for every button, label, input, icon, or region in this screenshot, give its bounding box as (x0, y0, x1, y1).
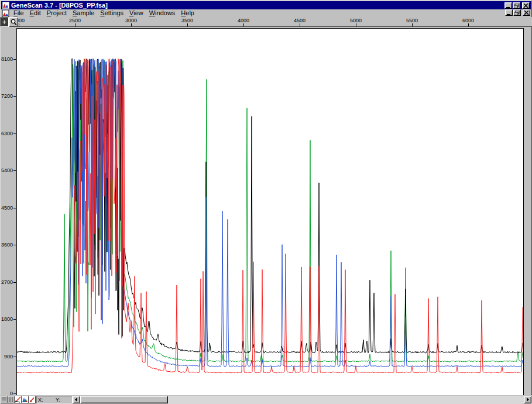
titlebar[interactable]: GeneScan 3.7 - [D8POS_PP.fsa] (1, 1, 531, 9)
minimize-button[interactable] (504, 2, 512, 9)
document-icon[interactable] (2, 10, 9, 17)
y-tick-mark (13, 208, 16, 208)
xy-readout: X: Y: (36, 396, 73, 403)
ruler-label: 4500 (290, 18, 310, 23)
y-tick-label: 7200 (0, 93, 13, 99)
y-tick-label: 8100 (0, 56, 13, 62)
menu-item-sample[interactable]: Sample (70, 9, 97, 17)
ruler-tick (131, 23, 132, 26)
ruler-label: 3500 (177, 18, 197, 23)
ruler-label: 5000 (346, 18, 366, 23)
magnifier-icon (11, 19, 17, 26)
close-button[interactable] (522, 2, 530, 9)
chart-plot[interactable] (16, 28, 524, 396)
ruler-tick (187, 23, 188, 26)
chart-area[interactable] (16, 28, 524, 396)
y-tick-label: 900 (0, 354, 13, 360)
zoom-tool-button[interactable] (9, 17, 18, 27)
y-tick-label: 5400 (0, 167, 13, 173)
scroll-left-button[interactable] (73, 396, 80, 403)
ruler-tick (243, 23, 244, 26)
crosshair-icon: + (2, 19, 6, 25)
y-tick-mark (13, 245, 16, 245)
ruler-tick (412, 23, 413, 26)
menu-item-windows[interactable]: Windows (146, 9, 179, 17)
y-tick-label: 4500 (0, 205, 13, 211)
mdi-minimize-button[interactable] (505, 9, 513, 16)
menubar: FileEditProjectSampleSettingsViewWindows… (1, 9, 531, 17)
ruler-row: 200025003000350040004500500055006000 + (0, 17, 532, 27)
menu-item-settings[interactable]: Settings (97, 9, 126, 17)
ruler-label: 2500 (65, 18, 85, 23)
app-icon (2, 2, 9, 9)
scroll-thumb[interactable] (80, 396, 168, 403)
y-axis: 090018002700360045005400630072008100 (0, 28, 16, 396)
y-readout-label: Y: (56, 397, 60, 403)
statusbar: X: Y: (0, 395, 532, 404)
y-tick-label: 1800 (0, 316, 13, 322)
mdi-close-button[interactable] (523, 9, 530, 16)
ruler-label: 6000 (458, 18, 478, 23)
ruler-label: 4000 (234, 18, 253, 23)
horizontal-scrollbar[interactable] (73, 396, 532, 404)
restore-button[interactable] (513, 2, 520, 9)
ruler-tick (300, 23, 300, 26)
ruler-tick (356, 23, 356, 26)
y-tick-mark (13, 133, 16, 134)
x-readout-label: X: (38, 397, 43, 403)
y-tick-mark (13, 357, 16, 357)
y-tick-label: 2700 (0, 279, 13, 285)
y-tick-mark (13, 59, 16, 60)
window-title: GeneScan 3.7 - [D8POS_PP.fsa] (11, 2, 108, 9)
scroll-right-button[interactable] (524, 396, 531, 403)
ruler-tick (75, 23, 75, 26)
menu-item-project[interactable]: Project (44, 9, 70, 17)
menu-item-view[interactable]: View (126, 9, 146, 17)
ruler-tick (468, 23, 469, 26)
y-tick-mark (13, 393, 16, 394)
electropherogram-icon[interactable] (22, 396, 29, 403)
ruler-label: 3000 (121, 18, 141, 23)
crosshair-tool-button[interactable]: + (0, 17, 9, 27)
y-tick-mark (13, 282, 16, 283)
raw-data-icon[interactable] (15, 396, 22, 403)
ruler-label: 5500 (402, 18, 422, 23)
tagged-peaks-icon[interactable] (29, 396, 36, 403)
y-tick-mark (13, 319, 16, 320)
menu-item-file[interactable]: File (11, 9, 27, 17)
y-tick-mark (13, 96, 16, 97)
ruler-tick (19, 23, 19, 26)
y-tick-label: 3600 (0, 242, 13, 248)
gel-file-icon[interactable] (1, 396, 8, 403)
y-tick-mark (13, 170, 16, 171)
application-window: GeneScan 3.7 - [D8POS_PP.fsa] FileEditPr… (0, 0, 532, 404)
ruler: 200025003000350040004500500055006000 (0, 17, 532, 27)
menu-item-help[interactable]: Help (178, 9, 197, 17)
y-tick-label: 6300 (0, 131, 13, 136)
lanes-icon[interactable] (8, 396, 15, 403)
menu-item-edit[interactable]: Edit (27, 9, 44, 17)
mdi-restore-button[interactable] (513, 9, 521, 16)
